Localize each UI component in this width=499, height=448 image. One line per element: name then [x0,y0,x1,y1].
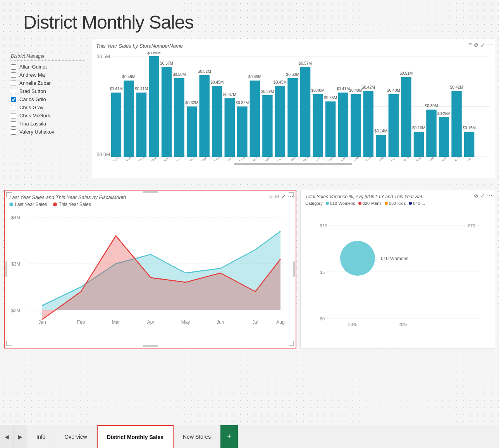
tab-nav-next[interactable]: ▶ [14,425,27,448]
bar-chart-drag-icon: ≡ [468,41,472,48]
legend-dot-this-year [53,203,57,206]
scatter-chart-svg: Avg $/Unit TY $10 $5 $0 -30% -20% 010-Wo… [305,208,484,332]
resize-corner-br[interactable] [289,341,294,346]
svg-rect-35 [300,67,310,157]
scatter-chart-filter-icon[interactable]: ⊘ [474,192,478,199]
bar-chart-expand-icon[interactable]: ⤢ [480,42,485,48]
scatter-chart-container: ⊘ ⤢ ⋯ Total Sales Variance %, Avg $/Unit… [300,190,495,348]
svg-rect-7 [124,81,134,157]
line-chart-toolbar: ≡ ⊘ ⤢ ⋯ [269,193,293,200]
resize-corner-bl[interactable] [6,341,12,346]
svg-text:$0.42M: $0.42M [362,85,375,89]
filter-checkbox-1[interactable] [11,72,16,78]
svg-text:$0.49M: $0.49M [122,75,135,79]
tab-nav-prev[interactable]: ◀ [0,425,14,448]
svg-rect-15 [174,78,184,157]
filter-checkbox-3[interactable] [11,89,16,94]
svg-text:$0.41M: $0.41M [110,87,123,91]
svg-text:$0.41M: $0.41M [135,87,148,91]
scatter-bubble-label: 010-Womens [381,256,408,261]
svg-rect-49 [389,94,399,157]
main-container: District Monthly Sales District Manager … [0,0,499,448]
bar-chart-filter-icon[interactable]: ⊘ [474,42,478,48]
filter-item-4[interactable]: Carlos Grilo [11,96,86,102]
filter-item-7[interactable]: Tina Lassila [11,121,86,127]
svg-text:$0.16M: $0.16M [412,126,425,130]
scatter-chart-expand-icon[interactable]: ⤢ [480,192,485,199]
filter-item-3[interactable]: Brad Sutton [11,88,86,94]
filter-item-2[interactable]: Annelie Zubar [11,80,86,86]
filter-checkbox-7[interactable] [11,121,16,127]
filter-item-8[interactable]: Valery Ushakov [11,129,86,135]
filter-checkbox-2[interactable] [11,81,16,86]
svg-rect-53 [414,132,424,157]
resize-handle-top[interactable] [143,191,158,193]
svg-text:$0.30M: $0.30M [425,104,438,108]
tab-add-button[interactable]: + [220,425,238,448]
filter-item-6[interactable]: Chris McGurk [11,113,86,118]
svg-text:$0.37M: $0.37M [223,93,236,97]
scatter-dot-040 [409,202,412,205]
scatter-dot-mens [358,202,361,205]
bar-chart-title: This Year Sales by StoreNumberName [96,43,490,49]
svg-text:$0.45M: $0.45M [210,80,224,84]
svg-text:$0.35M: $0.35M [324,96,337,100]
svg-text:$0.50M: $0.50M [173,72,186,77]
filter-checkbox-4[interactable] [11,97,16,102]
svg-rect-19 [199,75,209,157]
svg-text:$3M: $3M [11,261,20,267]
tab-district-monthly-sales[interactable]: District Monthly Sales [97,425,174,448]
line-chart-more-icon[interactable]: ⋯ [288,193,293,199]
bar-chart-more-icon[interactable]: ⋯ [487,42,492,48]
svg-text:070: 070 [468,223,475,228]
resize-corner-tl[interactable] [6,192,12,197]
svg-text:Jun: Jun [217,319,224,325]
line-chart-title: Last Year Sales and This Year Sales by F… [9,194,291,200]
filter-checkbox-8[interactable] [11,129,16,135]
resize-handle-right[interactable] [293,261,295,277]
filter-item-1[interactable]: Andrew Ma [11,72,86,78]
svg-rect-59 [451,91,461,157]
resize-handle-bottom[interactable] [143,345,158,347]
svg-rect-25 [237,106,247,157]
line-chart-expand-icon[interactable]: ⤢ [281,193,286,199]
resize-handle-left[interactable] [5,261,7,277]
svg-rect-39 [325,101,336,157]
tab-info[interactable]: Info [27,425,55,448]
svg-text:$0.39M: $0.39M [261,89,274,94]
svg-rect-27 [250,81,260,157]
svg-text:Mar: Mar [112,319,120,325]
svg-rect-11 [149,56,159,157]
svg-text:$0.64M: $0.64M [148,52,161,55]
svg-text:Jan: Jan [38,319,46,325]
svg-text:Apr: Apr [147,319,155,325]
tab-overview[interactable]: Overview [55,425,96,448]
line-chart-legend: Last Year Sales This Year Sales [9,202,291,207]
tab-new-stores[interactable]: New Stores [174,425,220,448]
filter-item-5[interactable]: Chris Gray [11,105,86,110]
filter-checkbox-5[interactable] [11,105,16,110]
svg-rect-9 [136,93,146,157]
svg-text:$0.40M: $0.40M [349,88,362,93]
filter-checkbox-0[interactable] [11,64,16,70]
svg-text:$0.40M: $0.40M [311,88,325,93]
svg-text:$0.52M: $0.52M [198,69,211,74]
svg-rect-21 [212,86,222,157]
scatter-dot-womens [326,202,329,205]
filter-item-0[interactable]: Allan Guinot [11,64,86,70]
svg-rect-61 [464,132,474,157]
filter-checkbox-6[interactable] [11,113,16,118]
scatter-legend-womens: 010-Womens [326,201,355,206]
scatter-chart-more-icon[interactable]: ⋯ [487,192,492,199]
content-area: District Monthly Sales District Manager … [0,0,499,425]
svg-rect-23 [225,98,235,157]
svg-text:$5: $5 [320,270,325,275]
svg-rect-43 [351,94,361,157]
svg-text:May: May [181,319,190,325]
bar-chart-container: This Year Sales by StoreNumberName ≡ ⊘ ⤢… [91,39,495,178]
line-chart-filter-icon[interactable]: ⊘ [275,193,279,199]
scatter-chart-title: Total Sales Variance %, Avg $/Unit TY an… [305,194,490,199]
legend-item-last-year: Last Year Sales [9,202,47,207]
bar-chart-scrollbar[interactable] [234,163,352,165]
svg-rect-37 [313,94,323,157]
